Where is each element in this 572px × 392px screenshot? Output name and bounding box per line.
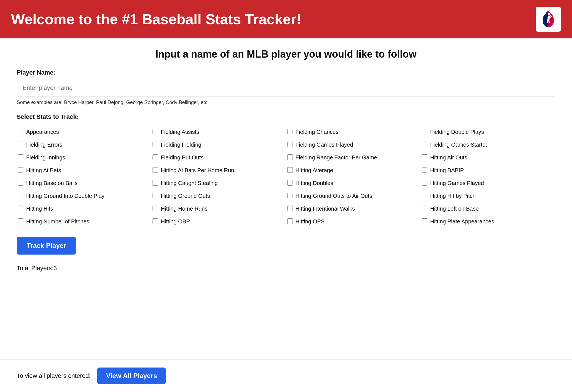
stat-item: Hitting Home Runs: [151, 202, 286, 215]
stat-label-hitting-average: Hitting Average: [296, 166, 333, 174]
stat-checkbox-hitting-intentional-walks[interactable]: [287, 206, 293, 211]
stat-item: Fielding Double Plays: [421, 125, 555, 138]
page-subtitle: Input a name of an MLB player you would …: [17, 48, 555, 60]
view-all-players-button[interactable]: View All Players: [97, 368, 166, 384]
stat-checkbox-appearances[interactable]: [18, 129, 23, 134]
stat-checkbox-fielding-errors[interactable]: [18, 142, 23, 147]
total-players: Total Players:3: [17, 265, 555, 272]
stat-checkbox-hitting-obp[interactable]: [153, 218, 158, 224]
stat-label-fielding-fielding: Fielding Fielding: [161, 141, 202, 149]
stat-checkbox-hitting-caught-stealing[interactable]: [153, 180, 158, 186]
stat-checkbox-hitting-base-on-balls[interactable]: [18, 180, 23, 186]
stat-label-hitting-ground-outs: Hitting Ground Outs: [161, 192, 210, 200]
stat-item: Fielding Range Factor Per Game: [286, 151, 421, 164]
stat-checkbox-fielding-games-started[interactable]: [422, 142, 427, 147]
stat-label-appearances: Appearances: [26, 128, 59, 136]
stat-checkbox-hitting-ground-outs[interactable]: [153, 193, 158, 198]
examples-text: Some examples are: Bryce Harper, Paul De…: [17, 100, 555, 105]
stat-label-fielding-games-started: Fielding Games Started: [430, 141, 488, 149]
stat-checkbox-hitting-games-played[interactable]: [422, 180, 427, 186]
stat-checkbox-hitting-number-of-pitches[interactable]: [18, 218, 23, 224]
stat-item: Hitting Games Played: [421, 177, 555, 189]
stat-item: Hitting Ground Into Double Play: [17, 189, 151, 202]
stat-item: Fielding Games Started: [421, 138, 555, 151]
player-name-label: Player Name:: [17, 69, 555, 76]
stat-label-hitting-base-on-balls: Hitting Base on Balls: [26, 179, 78, 187]
stat-item: Hitting Left on Base: [421, 202, 555, 215]
stat-label-fielding-put-outs: Fielding Put Outs: [161, 154, 203, 161]
stat-label-hitting-hits: Hitting Hits: [26, 205, 53, 213]
stat-label-fielding-innings: Fielding Innings: [26, 154, 65, 161]
stat-label-hitting-air-outs: Hitting Air Outs: [430, 154, 467, 161]
stat-item: Hitting OPS: [286, 215, 421, 228]
svg-point-1: [548, 13, 550, 16]
main-content: Input a name of an MLB player you would …: [0, 38, 572, 289]
app-title: Welcome to the #1 Baseball Stats Tracker…: [11, 11, 301, 28]
stat-item: Hitting Doubles: [286, 177, 421, 189]
stat-item: Hitting Intentional Walks: [286, 202, 421, 215]
stat-item: Hitting Hits: [17, 202, 151, 215]
stat-item: Fielding Assists: [151, 125, 286, 138]
stat-label-hitting-obp: Hitting OBP: [161, 218, 190, 225]
player-name-input[interactable]: [17, 79, 555, 97]
stat-label-hitting-games-played: Hitting Games Played: [430, 179, 484, 187]
stat-item: Fielding Games Played: [286, 138, 421, 151]
stat-checkbox-hitting-hit-by-pitch[interactable]: [422, 193, 427, 198]
stat-item: Fielding Fielding: [151, 138, 286, 151]
stat-label-hitting-left-on-base: Hitting Left on Base: [430, 205, 479, 213]
stat-item: Fielding Errors: [17, 138, 151, 151]
footer-text: To view all players entered:: [17, 372, 90, 379]
stat-label-hitting-doubles: Hitting Doubles: [296, 179, 333, 187]
player-name-section: Player Name: Some examples are: Bryce Ha…: [17, 69, 555, 105]
stat-item: Hitting Ground Outs: [151, 189, 286, 202]
stat-checkbox-hitting-air-outs[interactable]: [422, 154, 427, 160]
stat-label-hitting-number-of-pitches: Hitting Number of Pitches: [26, 218, 89, 225]
stat-checkbox-hitting-left-on-base[interactable]: [422, 206, 427, 211]
stat-checkbox-hitting-at-bats[interactable]: [18, 167, 23, 173]
stat-checkbox-hitting-at-bats-per-hr[interactable]: [153, 167, 158, 173]
stat-checkbox-hitting-doubles[interactable]: [287, 180, 293, 186]
stat-checkbox-hitting-ground-outs-air[interactable]: [287, 193, 293, 198]
stat-checkbox-hitting-hits[interactable]: [18, 206, 23, 211]
stat-checkbox-fielding-put-outs[interactable]: [153, 154, 158, 160]
mlb-logo: [536, 7, 561, 32]
stat-item: Fielding Innings: [17, 151, 151, 164]
stat-item: Hitting Number of Pitches: [17, 215, 151, 228]
stat-item: Hitting Base on Balls: [17, 177, 151, 189]
stat-item: Hitting Caught Stealing: [151, 177, 286, 189]
stat-label-hitting-hit-by-pitch: Hitting Hit by Pitch: [430, 192, 475, 200]
stat-label-fielding-assists: Fielding Assists: [161, 128, 199, 136]
stat-checkbox-hitting-plate-appearances[interactable]: [422, 218, 427, 224]
track-player-button[interactable]: Track Player: [17, 237, 76, 255]
stat-label-hitting-ground-outs-air: Hitting Ground Outs to Air Outs: [296, 192, 372, 200]
stat-checkbox-fielding-fielding[interactable]: [153, 142, 158, 147]
stat-item: Fielding Chances: [286, 125, 421, 138]
footer: To view all players entered: View All Pl…: [0, 359, 572, 392]
stat-label-fielding-games-played: Fielding Games Played: [296, 141, 353, 149]
stat-item: Hitting Average: [286, 164, 421, 177]
stat-checkbox-hitting-average[interactable]: [287, 167, 293, 173]
stat-checkbox-hitting-ops[interactable]: [287, 218, 293, 224]
stat-label-hitting-caught-stealing: Hitting Caught Stealing: [161, 179, 218, 187]
stat-label-fielding-errors: Fielding Errors: [26, 141, 62, 149]
stat-checkbox-fielding-games-played[interactable]: [287, 142, 293, 147]
app-header: Welcome to the #1 Baseball Stats Tracker…: [0, 0, 572, 38]
stat-label-hitting-at-bats-per-hr: Hitting At Bats Per Home Run: [161, 166, 234, 174]
stat-label-hitting-plate-appearances: Hitting Plate Appearances: [430, 218, 494, 225]
stats-label: Select Stats to Track:: [17, 113, 555, 120]
stat-item: Appearances: [17, 125, 151, 138]
stat-label-hitting-home-runs: Hitting Home Runs: [161, 205, 208, 213]
stat-item: Hitting At Bats Per Home Run: [151, 164, 286, 177]
stat-checkbox-hitting-home-runs[interactable]: [153, 206, 158, 211]
stats-grid: AppearancesFielding AssistsFielding Chan…: [17, 125, 555, 228]
stat-checkbox-fielding-chances[interactable]: [287, 129, 293, 134]
stat-checkbox-fielding-innings[interactable]: [18, 154, 23, 160]
stat-checkbox-hitting-ground-into-dp[interactable]: [18, 193, 23, 198]
stat-label-fielding-double-plays: Fielding Double Plays: [430, 128, 484, 136]
stat-checkbox-fielding-double-plays[interactable]: [422, 129, 427, 134]
stat-checkbox-fielding-assists[interactable]: [153, 129, 158, 134]
stat-item: Hitting At Bats: [17, 164, 151, 177]
stat-checkbox-fielding-range-factor[interactable]: [287, 154, 293, 160]
stat-item: Hitting Ground Outs to Air Outs: [286, 189, 421, 202]
stat-checkbox-hitting-babip[interactable]: [422, 167, 427, 173]
